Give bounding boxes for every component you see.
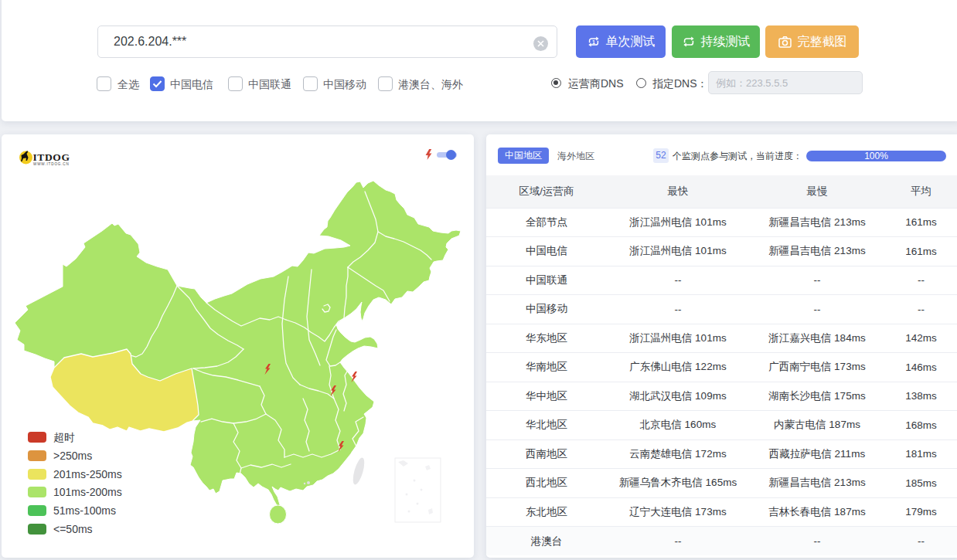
svg-text:1: 1 <box>592 39 595 45</box>
